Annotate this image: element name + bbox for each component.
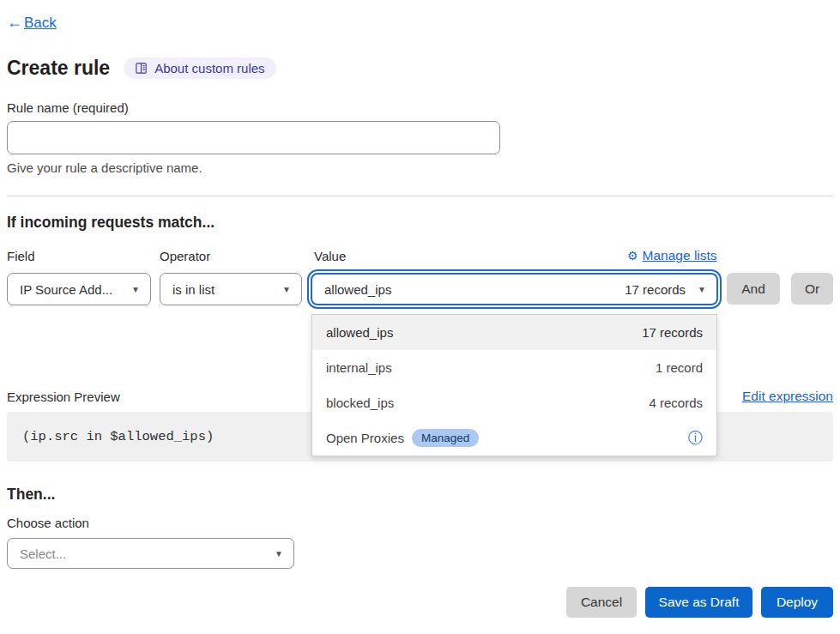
list-record-count: 1 record bbox=[656, 360, 703, 375]
info-icon[interactable]: ⓘ bbox=[688, 431, 703, 445]
chevron-down-icon: ▼ bbox=[131, 285, 140, 294]
value-select[interactable]: allowed_ips 17 records ▼ bbox=[311, 273, 718, 305]
section-divider bbox=[7, 196, 833, 196]
rule-name-input[interactable] bbox=[7, 121, 500, 154]
chevron-down-icon: ▼ bbox=[698, 285, 706, 294]
back-arrow-icon: ← bbox=[7, 14, 22, 32]
list-name: internal_ips bbox=[326, 360, 392, 375]
expression-preview-label: Expression Preview bbox=[7, 389, 120, 404]
book-icon bbox=[135, 62, 148, 75]
action-select[interactable]: Select... ▼ bbox=[7, 538, 294, 569]
list-name: Open Proxies bbox=[326, 431, 404, 445]
about-custom-rules-link[interactable]: About custom rules bbox=[124, 57, 275, 79]
value-select-count: 17 records bbox=[625, 282, 686, 297]
back-label: Back bbox=[24, 15, 57, 32]
operator-select[interactable]: is in list ▼ bbox=[160, 273, 302, 305]
value-dropdown-panel: allowed_ips 17 records internal_ips 1 re… bbox=[311, 314, 717, 456]
or-button[interactable]: Or bbox=[791, 273, 833, 305]
expression-code: (ip.src in $allowed_ips) bbox=[22, 429, 214, 444]
dropdown-item-blocked-ips[interactable]: blocked_ips 4 records bbox=[312, 385, 716, 420]
dropdown-item-open-proxies[interactable]: Open Proxies Managed ⓘ bbox=[312, 420, 716, 456]
cancel-button[interactable]: Cancel bbox=[566, 587, 637, 618]
back-link[interactable]: ← Back bbox=[7, 14, 57, 32]
create-rule-page: ← Back Create rule About custom rules Ru… bbox=[0, 0, 840, 634]
value-column-label: Value bbox=[314, 249, 346, 263]
match-section-heading: If incoming requests match... bbox=[7, 214, 215, 232]
managed-badge: Managed bbox=[412, 429, 479, 447]
rule-name-label: Rule name (required) bbox=[7, 100, 129, 115]
rule-name-helper: Give your rule a descriptive name. bbox=[7, 160, 202, 175]
and-button[interactable]: And bbox=[727, 273, 780, 305]
deploy-button[interactable]: Deploy bbox=[761, 587, 833, 618]
choose-action-label: Choose action bbox=[7, 516, 89, 530]
gear-icon: ⚙ bbox=[627, 249, 638, 263]
manage-lists-label: Manage lists bbox=[643, 248, 717, 263]
then-section-heading: Then... bbox=[7, 486, 55, 504]
save-as-draft-button[interactable]: Save as Draft bbox=[645, 587, 752, 618]
chevron-down-icon: ▼ bbox=[282, 285, 291, 294]
list-name: allowed_ips bbox=[326, 325, 393, 340]
list-record-count: 4 records bbox=[649, 395, 703, 410]
value-select-name: allowed_ips bbox=[324, 282, 391, 297]
manage-lists-link[interactable]: ⚙ Manage lists bbox=[627, 248, 717, 263]
list-name: blocked_ips bbox=[326, 395, 394, 410]
title-row: Create rule About custom rules bbox=[7, 57, 276, 80]
action-select-placeholder: Select... bbox=[20, 546, 66, 561]
page-title: Create rule bbox=[7, 57, 110, 80]
edit-expression-link[interactable]: Edit expression bbox=[742, 389, 833, 404]
operator-select-value: is in list bbox=[172, 282, 215, 297]
dropdown-item-internal-ips[interactable]: internal_ips 1 record bbox=[312, 350, 716, 385]
about-badge-label: About custom rules bbox=[154, 61, 264, 75]
field-select[interactable]: IP Source Add... ▼ bbox=[7, 273, 151, 305]
list-record-count: 17 records bbox=[642, 325, 703, 340]
dropdown-item-allowed-ips[interactable]: allowed_ips 17 records bbox=[312, 315, 716, 350]
field-select-value: IP Source Add... bbox=[20, 282, 112, 297]
chevron-down-icon: ▼ bbox=[275, 549, 283, 559]
operator-column-label: Operator bbox=[160, 249, 210, 263]
field-column-label: Field bbox=[7, 249, 35, 263]
